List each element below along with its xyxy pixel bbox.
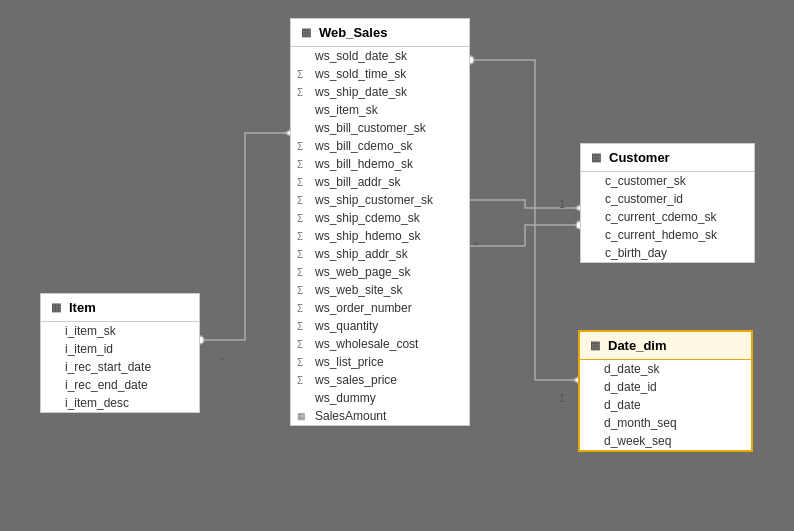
field-c_current_cdemo_sk: c_current_cdemo_sk: [581, 208, 754, 226]
field-ws_sold_time_sk: Σws_sold_time_sk: [291, 65, 469, 83]
field-ws_sales_price: Σws_sales_price: [291, 371, 469, 389]
field-c_birth_day: c_birth_day: [581, 244, 754, 262]
field-i_rec_start_date: i_rec_start_date: [41, 358, 199, 376]
field-ws_sold_date_sk: ws_sold_date_sk: [291, 47, 469, 65]
field-d_month_seq: d_month_seq: [580, 414, 751, 432]
table-web-sales-fields[interactable]: ws_sold_date_sk Σws_sold_time_sk Σws_shi…: [291, 47, 469, 425]
field-ws_bill_customer_sk: ws_bill_customer_sk: [291, 119, 469, 137]
field-d_date_id: d_date_id: [580, 378, 751, 396]
field-ws_quantity: Σws_quantity: [291, 317, 469, 335]
table-customer-header: ▦ Customer: [581, 144, 754, 172]
label-star-ws-customer: *: [474, 240, 478, 252]
table-date-dim-fields[interactable]: d_date_sk d_date_id d_date d_month_seq d…: [580, 360, 751, 450]
table-date-dim[interactable]: ▦ Date_dim d_date_sk d_date_id d_date d_…: [578, 330, 753, 452]
field-d_date: d_date: [580, 396, 751, 414]
table-date-dim-title: Date_dim: [608, 338, 667, 353]
table-icon-web-sales: ▦: [299, 26, 313, 40]
table-web-sales-header: ▦ Web_Sales: [291, 19, 469, 47]
field-ws_web_page_sk: Σws_web_page_sk: [291, 263, 469, 281]
field-c_customer_sk: c_customer_sk: [581, 172, 754, 190]
table-item[interactable]: ▦ Item i_item_sk i_item_id i_rec_start_d…: [40, 293, 200, 413]
table-web-sales[interactable]: ▦ Web_Sales ws_sold_date_sk Σws_sold_tim…: [290, 18, 470, 426]
field-ws_ship_hdemo_sk: Σws_ship_hdemo_sk: [291, 227, 469, 245]
field-ws_bill_cdemo_sk: Σws_bill_cdemo_sk: [291, 137, 469, 155]
table-item-body: i_item_sk i_item_id i_rec_start_date i_r…: [41, 322, 199, 412]
table-customer[interactable]: ▦ Customer c_customer_sk c_customer_id c…: [580, 143, 755, 263]
table-web-sales-title: Web_Sales: [319, 25, 387, 40]
field-ws_ship_addr_sk: Σws_ship_addr_sk: [291, 245, 469, 263]
field-ws_order_number: Σws_order_number: [291, 299, 469, 317]
field-ws_ship_cdemo_sk: Σws_ship_cdemo_sk: [291, 209, 469, 227]
table-icon-customer: ▦: [589, 151, 603, 165]
field-d_date_sk: d_date_sk: [580, 360, 751, 378]
field-ws_web_site_sk: Σws_web_site_sk: [291, 281, 469, 299]
label-one-datedim: 1: [559, 392, 565, 404]
field-c_current_hdemo_sk: c_current_hdemo_sk: [581, 226, 754, 244]
table-item-fields[interactable]: i_item_sk i_item_id i_rec_start_date i_r…: [41, 322, 199, 412]
field-i_item_desc: i_item_desc: [41, 394, 199, 412]
table-date-dim-header: ▦ Date_dim: [580, 332, 751, 360]
field-d_week_seq: d_week_seq: [580, 432, 751, 450]
field-i_item_sk: i_item_sk: [41, 322, 199, 340]
table-icon-date-dim: ▦: [588, 339, 602, 353]
table-item-title: Item: [69, 300, 96, 315]
field-ws_wholesale_cost: Σws_wholesale_cost: [291, 335, 469, 353]
table-icon-item: ▦: [49, 301, 63, 315]
field-ws_bill_addr_sk: Σws_bill_addr_sk: [291, 173, 469, 191]
field-sales-amount: ▦SalesAmount: [291, 407, 469, 425]
field-ws_bill_hdemo_sk: Σws_bill_hdemo_sk: [291, 155, 469, 173]
field-ws_dummy: ws_dummy: [291, 389, 469, 407]
field-i_item_id: i_item_id: [41, 340, 199, 358]
field-ws_ship_date_sk: Σws_ship_date_sk: [291, 83, 469, 101]
table-date-dim-body: d_date_sk d_date_id d_date d_month_seq d…: [580, 360, 751, 450]
label-star-item: *: [220, 355, 224, 367]
table-customer-body: c_customer_sk c_customer_id c_current_cd…: [581, 172, 754, 262]
field-ws_item_sk: ws_item_sk: [291, 101, 469, 119]
field-c_customer_id: c_customer_id: [581, 190, 754, 208]
table-customer-fields[interactable]: c_customer_sk c_customer_id c_current_cd…: [581, 172, 754, 262]
field-ws_ship_customer_sk: Σws_ship_customer_sk: [291, 191, 469, 209]
field-ws_list_price: Σws_list_price: [291, 353, 469, 371]
table-customer-title: Customer: [609, 150, 670, 165]
table-web-sales-body: ws_sold_date_sk Σws_sold_time_sk Σws_shi…: [291, 47, 469, 425]
label-one-customer: 1: [559, 198, 565, 210]
table-item-header: ▦ Item: [41, 294, 199, 322]
field-i_rec_end_date: i_rec_end_date: [41, 376, 199, 394]
